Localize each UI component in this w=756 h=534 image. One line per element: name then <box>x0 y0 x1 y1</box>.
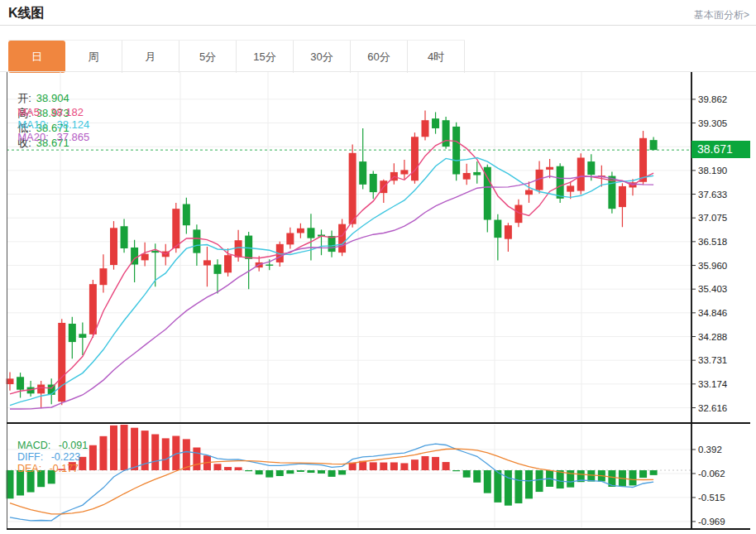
svg-text:32.616: 32.616 <box>698 403 727 413</box>
current-price-badge: 38.671 <box>691 141 750 158</box>
tab-15分[interactable]: 15分 <box>237 41 294 73</box>
kline-page: { "header": { "title": "K线图", "link": "基… <box>0 0 756 534</box>
svg-text:34.846: 34.846 <box>698 308 727 318</box>
bottom-spine <box>7 528 750 531</box>
main-candlestick-chart[interactable]: 39.86239.30538.74738.19037.63337.07536.5… <box>0 72 756 423</box>
svg-text:37.633: 37.633 <box>698 190 727 200</box>
tab-周[interactable]: 周 <box>65 41 122 73</box>
svg-text:37.075: 37.075 <box>698 213 727 223</box>
macd-readout: MACD: -0.091 DIFF: -0.223 DEA: -0.177 <box>12 428 98 474</box>
macd-value: MACD: -0.091 <box>17 440 93 451</box>
dea-value: DEA: -0.177 <box>17 463 84 474</box>
title-divider <box>0 25 756 26</box>
main-gridlines <box>7 72 691 422</box>
macd-panel[interactable]: 0.392-0.062-0.515-0.969 <box>0 425 756 528</box>
svg-text:39.305: 39.305 <box>698 118 727 128</box>
ma10-readout: MA10: 38.124 <box>17 118 94 131</box>
svg-text:35.403: 35.403 <box>698 284 727 294</box>
ma20-readout: MA20: 37.865 <box>17 131 94 143</box>
svg-text:-0.969: -0.969 <box>698 517 725 527</box>
fundamental-analysis-link[interactable]: 基本面分析> <box>694 8 749 22</box>
ma5-readout: MA5: 38.182 <box>17 106 89 118</box>
svg-text:39.862: 39.862 <box>698 94 727 104</box>
macd-histogram <box>7 425 658 506</box>
candles-layer <box>7 110 658 408</box>
svg-text:0.392: 0.392 <box>698 445 722 455</box>
svg-text:-0.515: -0.515 <box>698 493 725 503</box>
ma20-line <box>10 176 653 409</box>
tab-30分[interactable]: 30分 <box>294 41 351 73</box>
svg-text:33.731: 33.731 <box>698 355 727 365</box>
tab-月[interactable]: 月 <box>122 41 179 73</box>
page-title: K线图 <box>8 5 45 22</box>
svg-text:36.518: 36.518 <box>698 237 727 247</box>
svg-text:34.288: 34.288 <box>698 332 727 342</box>
tab-60分[interactable]: 60分 <box>351 41 408 73</box>
tab-bar: 日周月5分15分30分60分4时 <box>8 40 465 73</box>
tab-5分[interactable]: 5分 <box>179 41 237 73</box>
panel-separator <box>7 422 750 425</box>
left-axis-spine <box>7 72 7 530</box>
ma-readout: MA5: 38.182 MA10: 38.124 MA20: 37.865 <box>12 94 99 143</box>
svg-text:38.190: 38.190 <box>698 166 727 176</box>
svg-text:33.174: 33.174 <box>698 379 728 389</box>
svg-text:35.960: 35.960 <box>698 261 727 271</box>
tab-日[interactable]: 日 <box>8 41 65 73</box>
macd-y-axis: 0.392-0.062-0.515-0.969 <box>691 445 725 527</box>
svg-text:-0.062: -0.062 <box>698 469 725 479</box>
tab-4时[interactable]: 4时 <box>408 41 465 73</box>
diff-value: DIFF: -0.223 <box>17 451 85 463</box>
